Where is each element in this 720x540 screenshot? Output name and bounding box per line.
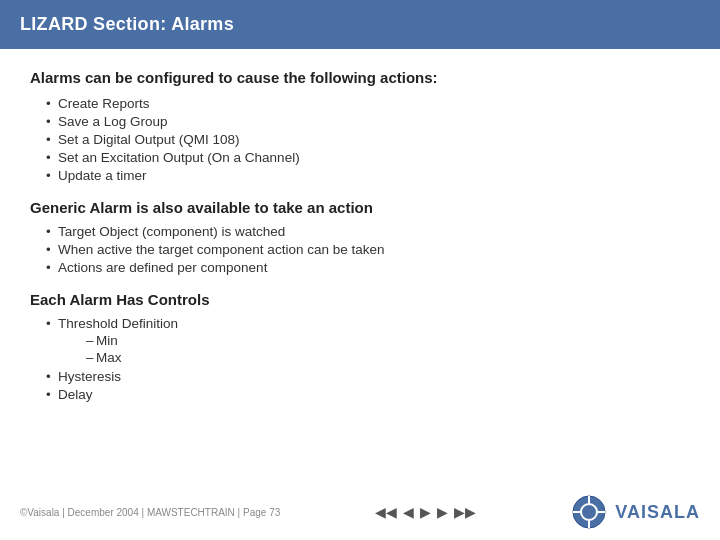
section2-title: Generic Alarm is also available to take … (30, 199, 690, 216)
list-item: Hysteresis (46, 369, 690, 384)
section3-title: Each Alarm Has Controls (30, 291, 690, 308)
list-item: Target Object (component) is watched (46, 224, 690, 239)
nav-next-icon[interactable]: ▶ (437, 504, 448, 520)
list-item: Set a Digital Output (QMI 108) (46, 132, 690, 147)
list-item: Delay (46, 387, 690, 402)
generic-alarm-list: Target Object (component) is watched Whe… (46, 224, 690, 275)
list-item: Max (86, 350, 690, 365)
nav-play-icon[interactable]: ▶ (420, 504, 431, 520)
list-item: Set an Excitation Output (On a Channel) (46, 150, 690, 165)
vaisala-brand-name: VAISALA (615, 502, 700, 523)
list-item: Actions are defined per component (46, 260, 690, 275)
threshold-item: Threshold Definition Min Max (46, 316, 690, 365)
main-content: Alarms can be configured to cause the fo… (0, 49, 720, 428)
list-item: Min (86, 333, 690, 348)
nav-prev-start-icon[interactable]: ◀◀ (375, 504, 397, 520)
intro-text: Alarms can be configured to cause the fo… (30, 69, 690, 86)
list-item: Create Reports (46, 96, 690, 111)
vaisala-logo-icon (571, 494, 607, 530)
controls-list: Threshold Definition Min Max Hysteresis … (46, 316, 690, 402)
footer: ©Vaisala | December 2004 | MAWSTECHTRAIN… (0, 494, 720, 530)
page-header: LIZARD Section: Alarms (0, 0, 720, 49)
header-title: LIZARD Section: Alarms (20, 14, 234, 34)
list-item: Save a Log Group (46, 114, 690, 129)
nav-next-end-icon[interactable]: ▶▶ (454, 504, 476, 520)
vaisala-logo: VAISALA (571, 494, 700, 530)
footer-copyright: ©Vaisala | December 2004 | MAWSTECHTRAIN… (20, 507, 280, 518)
list-item: When active the target component action … (46, 242, 690, 257)
nav-prev-icon[interactable]: ◀ (403, 504, 414, 520)
actions-list: Create Reports Save a Log Group Set a Di… (46, 96, 690, 183)
threshold-sub-list: Min Max (86, 333, 690, 365)
footer-navigation[interactable]: ◀◀ ◀ ▶ ▶ ▶▶ (375, 504, 476, 520)
list-item: Update a timer (46, 168, 690, 183)
